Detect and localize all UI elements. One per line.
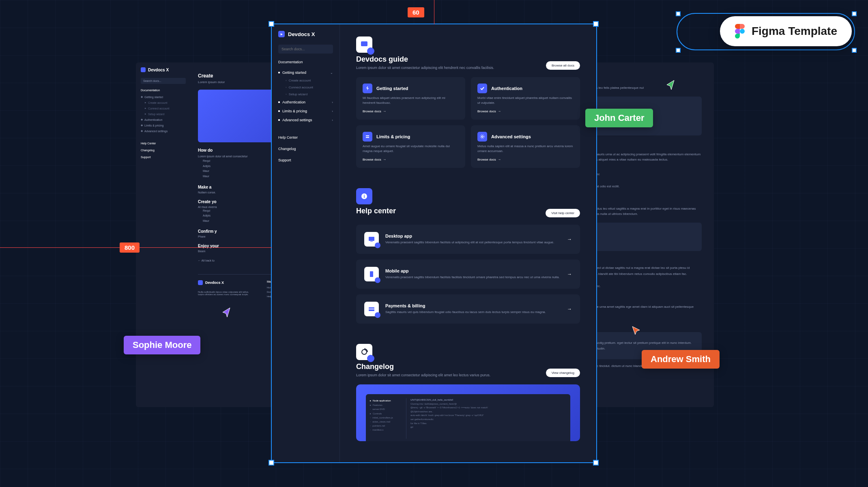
gear-icon (477, 132, 487, 142)
desktop-icon (364, 232, 379, 247)
card-limits-pricing[interactable]: Limits & pricing Amet augue eu ornare fe… (356, 125, 465, 168)
search-input[interactable]: Search docs... (141, 78, 186, 84)
svg-point-4 (480, 135, 484, 139)
cursor-sophie (221, 307, 232, 319)
nav-authentication[interactable]: ◈ Authentication (141, 117, 186, 122)
svg-rect-11 (369, 309, 374, 309)
brand-icon: ▸ (278, 31, 285, 37)
nav-limits-pricing[interactable]: Limits & pricing› (278, 107, 333, 116)
changelog-title: Changelog (356, 363, 580, 371)
help-icon: i (356, 188, 372, 204)
card-icon (364, 302, 379, 316)
view-changelog-button[interactable]: View changelog (546, 369, 580, 377)
measure-label-left: 800 (120, 242, 140, 253)
chevron-right-icon: › (332, 109, 333, 113)
nav-support[interactable]: Support (278, 155, 333, 165)
mobile-icon (364, 267, 379, 281)
nav-heading: Documentation (278, 60, 333, 64)
chevron-down-icon: ⌄ (330, 71, 333, 75)
nav-connect-account[interactable]: ▸ Connect account (141, 105, 186, 111)
svg-rect-0 (361, 41, 367, 46)
brand-icon (141, 67, 146, 72)
figma-logo-icon (735, 24, 745, 39)
user-label-andrew: Andrew Smith (642, 350, 720, 369)
svg-rect-8 (370, 241, 373, 242)
nav-help[interactable]: Help Center (141, 142, 186, 145)
figma-badge-label: Figma Template (752, 25, 837, 38)
visit-help-center-button[interactable]: Visit help center (546, 209, 580, 217)
resize-handle[interactable] (852, 11, 857, 16)
svg-point-12 (362, 350, 367, 354)
browse-docs-link[interactable]: Browse docs → (363, 158, 459, 161)
resize-handle-tr[interactable] (593, 21, 599, 27)
chevron-right-icon: › (332, 118, 333, 122)
nav-create-account[interactable]: ▸ Create account (141, 100, 186, 105)
nav-changelog[interactable]: Changelog (141, 149, 186, 152)
nav-heading: Documentation (141, 89, 186, 92)
svg-point-13 (740, 29, 745, 34)
browse-docs-link[interactable]: Browse docs → (477, 158, 574, 161)
nav-limits-pricing[interactable]: ◈ Limits & pricing (141, 122, 186, 128)
chevron-right-icon: › (332, 101, 333, 104)
nav-support[interactable]: Support (141, 156, 186, 159)
nav-getting-started[interactable]: Getting started⌄ (278, 68, 333, 77)
bars-icon (363, 132, 372, 142)
resize-handle-bl[interactable] (269, 460, 274, 466)
resize-handle[interactable] (676, 11, 681, 16)
resize-handle-br[interactable] (593, 460, 599, 466)
browse-docs-link[interactable]: Browse docs → (477, 109, 574, 113)
brand[interactable]: ▸ Devdocs X (278, 31, 333, 37)
changelog-icon (356, 344, 372, 360)
browse-docs-link[interactable]: Browse docs → (363, 109, 459, 113)
resize-handle-tl[interactable] (269, 21, 274, 27)
nav-setup-wizard[interactable]: ◦ Setup wizard (278, 91, 333, 98)
nav-advanced-settings[interactable]: ◈ Advanced settings (141, 128, 186, 134)
svg-rect-1 (366, 135, 369, 136)
search-input[interactable] (278, 45, 333, 54)
user-label-john: John Carter (585, 109, 653, 127)
help-desktop-app[interactable]: Desktop appVenenatis praesent sagittis b… (356, 225, 580, 254)
svg-rect-2 (366, 137, 369, 138)
nav-connect-account[interactable]: ◦ Connect account (278, 84, 333, 91)
help-mobile-app[interactable]: Mobile appVenenatis praesent sagittis bi… (356, 260, 580, 289)
browse-all-docs-button[interactable]: Browse all docs (546, 61, 580, 70)
main-content: Devdocs guide Lorem ipsum dolor sit amet… (340, 24, 596, 453)
user-label-sophie: Sophie Moore (124, 336, 200, 354)
sidebar: ▸ Devdocs X Documentation Getting starte… (272, 24, 340, 462)
check-icon (477, 84, 487, 93)
figma-badge[interactable]: Figma Template (720, 16, 852, 46)
brand: Devdocs X (141, 67, 186, 72)
nav-changelog[interactable]: Changelog (278, 144, 333, 154)
nav-advanced-settings[interactable]: Advanced settings› (278, 116, 333, 124)
resize-handle[interactable] (676, 48, 681, 53)
card-authentication[interactable]: Authentication Morbi vitae enim tincidun… (471, 77, 580, 120)
main-frame[interactable]: ▸ Devdocs X Documentation Getting starte… (272, 24, 596, 462)
svg-text:i: i (363, 194, 365, 199)
measure-line-vertical (434, 0, 434, 24)
measure-label-top: 60 (408, 7, 424, 17)
arrow-right-icon: → (567, 306, 572, 312)
svg-rect-9 (370, 271, 373, 277)
guide-title: Devdocs guide (356, 55, 580, 64)
lightning-icon (363, 84, 372, 93)
nav-authentication[interactable]: Authentication› (278, 98, 333, 107)
arrow-right-icon: → (567, 236, 572, 242)
help-payments-billing[interactable]: Payments & billingSagittis mauris vel qu… (356, 294, 580, 324)
card-advanced-settings[interactable]: Advanced settings Metus nulla sapien eli… (471, 125, 580, 168)
nav-getting-started[interactable]: ◈ Getting started (141, 94, 186, 100)
card-getting-started[interactable]: Getting started Mi faucibus aliquet utri… (356, 77, 465, 120)
nav-create-account[interactable]: ◦ Create account (278, 77, 333, 84)
guide-icon (356, 36, 372, 53)
cursor-john (665, 79, 677, 91)
resize-handle[interactable] (852, 48, 857, 53)
svg-point-3 (481, 136, 483, 137)
changelog-preview: ▸ Node application ▸ Features ◦ server.D… (356, 384, 580, 441)
svg-rect-7 (369, 237, 374, 241)
nav-help[interactable]: Help Center (278, 133, 333, 142)
nav-setup-wizard[interactable]: ▸ Setup wizard (141, 111, 186, 117)
arrow-right-icon: → (567, 271, 572, 277)
cursor-andrew (631, 325, 641, 336)
